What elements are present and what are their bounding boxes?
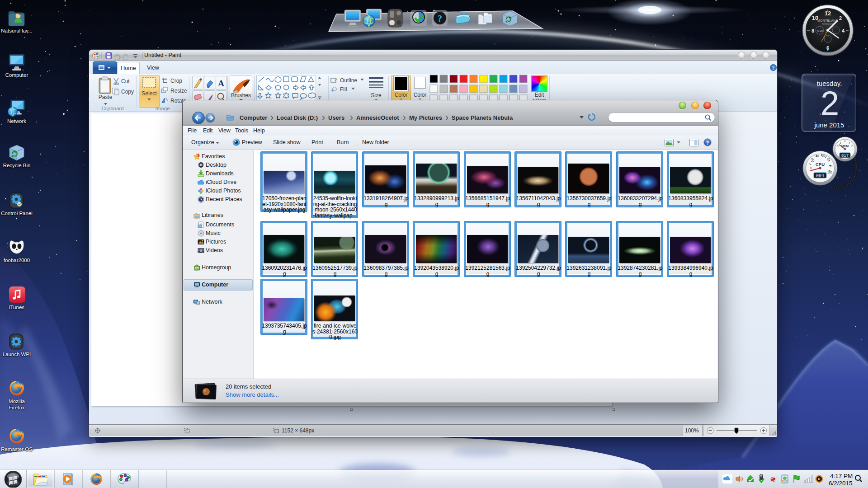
svg-text:017: 017 <box>841 154 849 158</box>
svg-text:CPU: CPU <box>816 162 825 167</box>
svg-text:90: 90 <box>829 164 833 168</box>
svg-text:0: 0 <box>810 166 812 169</box>
svg-text:?: ? <box>438 14 442 23</box>
svg-text:2: 2 <box>839 15 842 21</box>
svg-text:20: 20 <box>811 159 815 162</box>
svg-text:?: ? <box>706 140 709 146</box>
svg-text:70: 70 <box>827 158 830 161</box>
svg-text:12: 12 <box>825 10 831 17</box>
svg-text:50: 50 <box>822 154 826 157</box>
svg-text:A: A <box>218 79 224 88</box>
svg-text:40: 40 <box>816 155 819 158</box>
svg-text:4: 4 <box>842 28 845 33</box>
svg-text:6: 6 <box>826 45 829 51</box>
svg-text:?: ? <box>772 65 775 70</box>
svg-text:004: 004 <box>816 174 824 178</box>
svg-text:100: 100 <box>827 171 832 174</box>
svg-text:8: 8 <box>811 28 814 33</box>
svg-text:40 20: 40 20 <box>816 29 823 32</box>
svg-text:MONTBLANC: MONTBLANC <box>817 19 838 22</box>
